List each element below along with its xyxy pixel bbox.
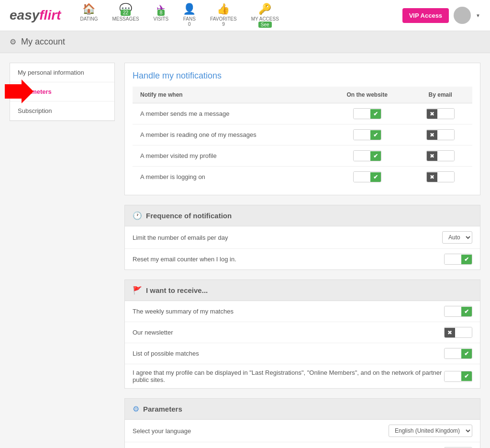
notifications-title: Handle my notifications	[133, 71, 472, 81]
notify-email-toggle[interactable]: ✖	[408, 124, 472, 146]
flag-icon: 🚩	[133, 286, 142, 295]
myaccess-icon: 🔑	[258, 3, 271, 15]
website-toggle[interactable]: ✔	[353, 171, 381, 182]
nav-messages-label: MESSAGES	[112, 16, 139, 22]
subscription-link[interactable]: Subscription	[18, 107, 52, 114]
header-right: VIP Access ▼	[402, 7, 480, 24]
notify-row-label: A member is logging on	[133, 167, 326, 188]
website-toggle[interactable]: ✔	[353, 129, 381, 140]
messages-badge: 22	[121, 10, 131, 16]
sidebar-item-personal-info[interactable]: My personal information	[10, 63, 114, 82]
receive-label-2: Our newsletter	[133, 329, 444, 336]
email-toggle[interactable]: ✖	[426, 129, 455, 140]
receive-row-4: I agree that my profile can be displayed…	[125, 364, 480, 388]
myaccess-badge: See	[258, 22, 272, 28]
parameters-link[interactable]: Parameters	[18, 88, 52, 95]
content: Handle my notifications Notify me when O…	[124, 63, 480, 448]
receive-content: The weekly summary of my matches ✔ Our n…	[125, 301, 480, 388]
nav-favorites[interactable]: 👍 FAVORITES 9	[210, 3, 236, 28]
notify-row: A member is logging on ✔✖	[133, 167, 472, 188]
receive-row-3: List of possible matches ✔	[125, 343, 480, 364]
nav-messages[interactable]: 💬 MESSAGES 22	[112, 3, 139, 28]
receive-header: 🚩 I want to receive...	[125, 280, 480, 301]
col-by-email: By email	[408, 87, 472, 103]
user-dropdown-arrow[interactable]: ▼	[476, 13, 480, 18]
notify-website-toggle[interactable]: ✔	[326, 103, 409, 124]
logo[interactable]: easyflirt	[10, 8, 61, 23]
notify-row: A member visited my profile ✔✖	[133, 146, 472, 167]
col-notify-when: Notify me when	[133, 87, 326, 103]
favorites-count: 9	[222, 22, 225, 27]
account-bar: ⚙ My account	[0, 31, 490, 53]
notify-row: A member sends me a message ✔✖	[133, 103, 472, 124]
main-layout: My personal information Parameters Subsc…	[0, 53, 490, 448]
vip-button[interactable]: VIP Access	[402, 8, 449, 23]
dating-icon: 🏠	[82, 3, 95, 15]
receive-row-2: Our newsletter ✖	[125, 322, 480, 343]
parameters-section-header: ⚙ Parameters	[125, 399, 480, 420]
notifications-header: Handle my notifications Notify me when O…	[125, 63, 480, 195]
weekly-summary-toggle[interactable]: ✔	[444, 306, 472, 317]
section-receive: 🚩 I want to receive... The weekly summar…	[124, 280, 480, 389]
freq-row-2: Reset my email counter when I log in. ✔	[125, 249, 480, 269]
notify-email-toggle[interactable]: ✖	[408, 103, 472, 124]
freq-label-1: Limit the number of emails per day	[133, 234, 442, 241]
logo-flirt: flirt	[39, 8, 61, 22]
nav-visits[interactable]: ✈ VISITS 8	[154, 3, 169, 28]
notify-email-toggle[interactable]: ✖	[408, 167, 472, 188]
notify-website-toggle[interactable]: ✔	[326, 146, 409, 167]
notify-website-toggle[interactable]: ✔	[326, 124, 409, 146]
website-toggle[interactable]: ✔	[353, 150, 381, 161]
parameters-section-title: Parameters	[143, 405, 182, 413]
nav-favorites-label: FAVORITES	[210, 16, 236, 22]
notify-email-toggle[interactable]: ✖	[408, 146, 472, 167]
favorites-icon: 👍	[217, 3, 230, 15]
lang-row: Select your language English (United Kin…	[125, 420, 480, 442]
freq-row-1: Limit the number of emails per day Auto	[125, 226, 480, 249]
nav-dating[interactable]: 🏠 DATING	[80, 3, 98, 28]
receive-label-1: The weekly summary of my matches	[133, 308, 444, 315]
receive-label-4: I agree that my profile can be displayed…	[133, 369, 444, 383]
nav-visits-label: VISITS	[154, 16, 169, 22]
col-on-website: On the website	[326, 87, 409, 103]
language-select[interactable]: English (United Kingdom)	[389, 425, 472, 437]
section-parameters: ⚙ Parameters Select your language Englis…	[124, 398, 480, 448]
frequency-header: 🕐 Frequence of notification	[125, 205, 480, 226]
notify-row-label: A member visited my profile	[133, 146, 326, 167]
frequency-content: Limit the number of emails per day Auto …	[125, 226, 480, 269]
nav-fans-label: FANS	[183, 16, 196, 22]
account-bar-title: My account	[21, 37, 65, 47]
email-toggle[interactable]: ✖	[426, 150, 455, 161]
sidebar: My personal information Parameters Subsc…	[10, 63, 115, 121]
notify-row: A member is reading one of my messages ✔…	[133, 124, 472, 146]
nav-dating-label: DATING	[80, 16, 98, 22]
notify-website-toggle[interactable]: ✔	[326, 167, 409, 188]
gear-icon: ⚙	[10, 37, 16, 46]
logo-easy: easy	[10, 8, 39, 22]
email-toggle[interactable]: ✖	[426, 171, 455, 182]
notifications-table: Notify me when On the website By email A…	[133, 87, 472, 187]
website-toggle[interactable]: ✔	[353, 108, 381, 119]
email-toggle[interactable]: ✖	[426, 108, 455, 119]
fans-icon: 👤	[183, 3, 196, 15]
freq-label-2: Reset my email counter when I log in.	[133, 256, 444, 263]
nav-myaccess-label: MY ACCESS	[251, 16, 279, 22]
reset-counter-toggle[interactable]: ✔	[444, 254, 472, 265]
profile-display-toggle[interactable]: ✔	[444, 371, 472, 382]
webcam-indicator-row: Indicate to other members that I have a …	[125, 442, 480, 448]
sidebar-item-parameters[interactable]: Parameters	[10, 82, 114, 101]
possible-matches-toggle[interactable]: ✔	[444, 348, 472, 359]
newsletter-toggle[interactable]: ✖	[444, 327, 472, 338]
sidebar-item-subscription[interactable]: Subscription	[10, 101, 114, 121]
receive-label-3: List of possible matches	[133, 350, 444, 357]
header: easyflirt 🏠 DATING 💬 MESSAGES 22 ✈ VISIT…	[0, 0, 490, 31]
notify-row-label: A member is reading one of my messages	[133, 124, 326, 146]
sidebar-container: My personal information Parameters Subsc…	[10, 63, 115, 448]
nav-fans[interactable]: 👤 FANS 0	[183, 3, 196, 28]
notify-row-label: A member sends me a message	[133, 103, 326, 124]
personal-info-link[interactable]: My personal information	[18, 69, 84, 76]
clock-icon: 🕐	[133, 211, 142, 220]
nav: 🏠 DATING 💬 MESSAGES 22 ✈ VISITS 8 👤 FANS…	[80, 3, 402, 28]
emails-per-day-select[interactable]: Auto	[442, 231, 472, 244]
nav-myaccess[interactable]: 🔑 MY ACCESS See	[251, 3, 279, 28]
